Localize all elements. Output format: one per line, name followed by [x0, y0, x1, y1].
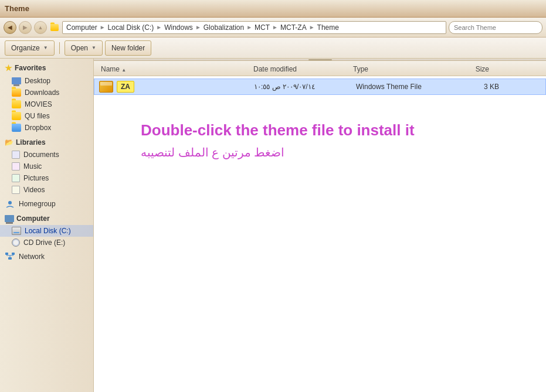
local-disk-c-icon: [12, 227, 21, 235]
svg-point-0: [8, 201, 12, 204]
file-size: 3 KB: [452, 83, 499, 91]
downloads-folder-icon: [12, 88, 21, 97]
breadcrumb-mct-za[interactable]: MCT-ZA: [280, 23, 307, 32]
new-folder-button[interactable]: New folder: [105, 40, 151, 56]
main-layout: ★ Favorites Desktop Downloads MOVIES QU …: [0, 59, 546, 392]
organize-button[interactable]: Organize ▼: [5, 40, 55, 56]
folder-nav-icon: [49, 22, 60, 33]
col-header-size[interactable]: Size: [445, 65, 491, 76]
breadcrumb-arrow-2: ►: [156, 24, 162, 30]
videos-icon: [12, 186, 20, 194]
cd-drive-e-icon: [12, 238, 20, 247]
content-area: Name ▲ Date modified Type Size ZA ٢٠٠٩/٠…: [94, 59, 546, 392]
movies-folder-icon: [12, 100, 21, 108]
file-date: ٢٠٠٩/٠٧/١٤ ص ١٠:٥٥: [254, 83, 354, 91]
window-title: Theme: [5, 4, 29, 13]
sidebar-item-desktop[interactable]: Desktop: [0, 75, 93, 87]
breadcrumb-arrow-4: ►: [246, 24, 252, 30]
sidebar-item-movies[interactable]: MOVIES: [0, 98, 93, 110]
computer-header[interactable]: Computer: [0, 212, 93, 225]
breadcrumb-computer[interactable]: Computer: [66, 23, 97, 32]
col-header-name[interactable]: Name ▲: [99, 65, 251, 76]
breadcrumb-arrow-5: ►: [272, 24, 278, 30]
up-button[interactable]: ▲: [34, 21, 47, 34]
file-name-label: ZA: [117, 81, 134, 93]
table-row[interactable]: ZA ٢٠٠٩/٠٧/١٤ ص ١٠:٥٥ Windows Theme File…: [94, 79, 546, 95]
homegroup-icon: [5, 200, 15, 208]
computer-icon: [5, 215, 14, 222]
column-headers: Name ▲ Date modified Type Size: [94, 61, 546, 76]
pictures-icon: [12, 174, 20, 182]
music-icon: [12, 162, 20, 171]
nav-bar: ◀ ▶ ▲ Computer ► Local Disk (C:) ► Windo…: [0, 18, 546, 38]
breadcrumb[interactable]: Computer ► Local Disk (C:) ► Windows ► G…: [62, 21, 446, 34]
instructions-panel: Double-click the theme file to install i…: [141, 121, 499, 159]
favorites-section: ★ Favorites Desktop Downloads MOVIES QU …: [0, 61, 93, 134]
col-header-type[interactable]: Type: [351, 65, 445, 76]
instruction-english: Double-click the theme file to install i…: [141, 121, 499, 141]
svg-rect-3: [12, 253, 15, 255]
qu-files-folder-icon: [12, 112, 21, 120]
theme-file-icon: [99, 81, 113, 93]
sidebar-item-downloads[interactable]: Downloads: [0, 87, 93, 98]
breadcrumb-arrow-1: ►: [100, 24, 106, 30]
svg-rect-2: [5, 253, 8, 255]
sidebar-item-dropbox[interactable]: Dropbox: [0, 122, 93, 134]
computer-section: Computer Local Disk (C:) CD Drive (E:): [0, 212, 93, 248]
toolbar: Organize ▼ Open ▼ New folder: [0, 38, 546, 59]
sidebar-item-network[interactable]: Network: [0, 251, 93, 263]
breadcrumb-local-disk[interactable]: Local Disk (C:): [108, 23, 154, 32]
sidebar-item-documents[interactable]: Documents: [0, 149, 93, 161]
libraries-header[interactable]: 📂 Libraries: [0, 136, 93, 149]
instruction-arabic: اضغط مرتين ع الملف لتنصيبه: [141, 145, 499, 159]
breadcrumb-windows[interactable]: Windows: [164, 23, 193, 32]
sidebar-item-local-disk-c[interactable]: Local Disk (C:): [0, 225, 93, 237]
back-button[interactable]: ◀: [4, 21, 16, 34]
dropbox-folder-icon: [12, 124, 21, 132]
file-name-cell: ZA: [99, 81, 252, 93]
file-type: Windows Theme File: [356, 83, 450, 91]
breadcrumb-globalization[interactable]: Globalization: [204, 23, 244, 32]
network-icon: [5, 253, 15, 261]
breadcrumb-arrow-6: ►: [309, 24, 315, 30]
search-input[interactable]: [449, 21, 542, 34]
homegroup-section: Homegroup: [0, 198, 93, 210]
resize-handle-bar: [308, 59, 332, 60]
favorites-star-icon: ★: [5, 63, 12, 73]
libraries-icon: 📂: [5, 138, 13, 146]
sidebar-item-cd-drive-e[interactable]: CD Drive (E:): [0, 237, 93, 248]
favorites-header[interactable]: ★ Favorites: [0, 61, 93, 75]
col-header-date[interactable]: Date modified: [251, 65, 351, 76]
breadcrumb-arrow-3: ►: [195, 24, 201, 30]
title-bar: Theme: [0, 0, 546, 18]
breadcrumb-theme[interactable]: Theme: [317, 23, 339, 32]
open-chevron-icon: ▼: [91, 45, 96, 50]
sidebar-item-qu-files[interactable]: QU files: [0, 110, 93, 122]
svg-rect-1: [8, 257, 12, 260]
forward-button[interactable]: ▶: [19, 21, 32, 34]
documents-icon: [12, 151, 20, 159]
organize-chevron-icon: ▼: [43, 45, 48, 50]
libraries-section: 📂 Libraries Documents Music Pictures Vid…: [0, 136, 93, 196]
sort-arrow-name: ▲: [121, 67, 126, 73]
file-list: ZA ٢٠٠٩/٠٧/١٤ ص ١٠:٥٥ Windows Theme File…: [94, 76, 546, 97]
desktop-icon: [12, 77, 21, 84]
sidebar-item-music[interactable]: Music: [0, 161, 93, 172]
network-section: Network: [0, 251, 93, 263]
sidebar-item-pictures[interactable]: Pictures: [0, 172, 93, 184]
open-button[interactable]: Open ▼: [65, 40, 103, 56]
toolbar-separator-1: [59, 42, 60, 54]
breadcrumb-mct[interactable]: MCT: [255, 23, 270, 32]
sidebar-item-homegroup[interactable]: Homegroup: [0, 198, 93, 210]
sidebar-item-videos[interactable]: Videos: [0, 184, 93, 196]
sidebar: ★ Favorites Desktop Downloads MOVIES QU …: [0, 59, 94, 392]
